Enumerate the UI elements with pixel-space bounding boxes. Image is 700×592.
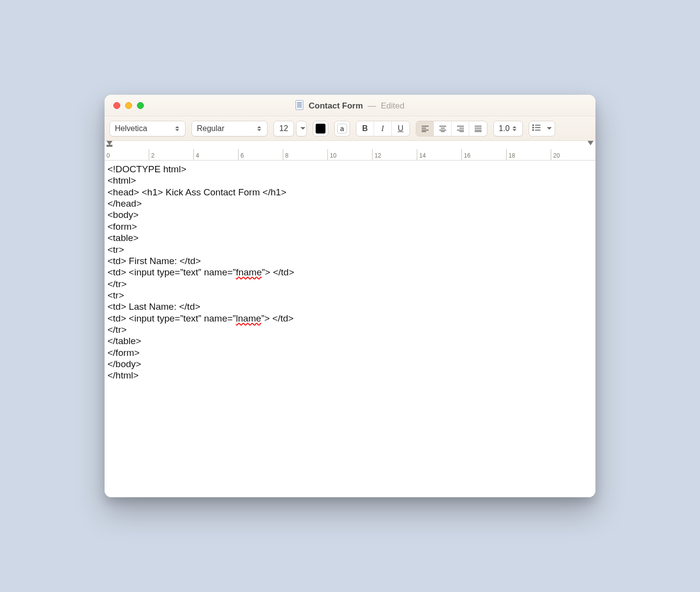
- document-text[interactable]: <!DOCTYPE html><html><head> <h1> Kick As…: [108, 163, 592, 381]
- font-style-select[interactable]: Regular: [191, 121, 268, 136]
- font-family-select[interactable]: Helvetica: [109, 121, 186, 136]
- left-margin-marker[interactable]: [107, 141, 112, 147]
- list-style-button[interactable]: [529, 121, 555, 136]
- window-title: Contact Form — Edited: [105, 100, 595, 111]
- right-margin-marker[interactable]: [588, 141, 593, 145]
- stepper-icon: [256, 126, 262, 131]
- bold-button[interactable]: B: [356, 121, 374, 136]
- stepper-icon: [174, 126, 180, 131]
- text-editor-area[interactable]: <!DOCTYPE html><html><head> <h1> Kick As…: [105, 161, 595, 497]
- document-icon: [296, 100, 303, 110]
- highlight-color-button[interactable]: a: [334, 121, 350, 136]
- titlebar[interactable]: Contact Form — Edited: [105, 95, 595, 116]
- minimize-button[interactable]: [125, 102, 132, 109]
- chevron-down-icon: [300, 127, 305, 130]
- format-toolbar: Helvetica Regular 12 a: [105, 116, 595, 141]
- list-icon: [532, 124, 541, 133]
- italic-button[interactable]: I: [374, 121, 392, 136]
- align-justify-button[interactable]: [469, 121, 487, 136]
- style-button-group: B I U: [356, 121, 410, 136]
- close-button[interactable]: [113, 102, 120, 109]
- text-color-button[interactable]: [313, 121, 328, 136]
- stepper-icon: [512, 126, 517, 131]
- ruler-scale: 02468101214161820: [105, 149, 595, 160]
- font-size-stepper[interactable]: [296, 121, 307, 136]
- align-button-group: [416, 121, 487, 136]
- font-size-input[interactable]: 12: [273, 121, 294, 136]
- window-controls: [105, 102, 144, 109]
- line-spacing-select[interactable]: 1.0: [493, 121, 523, 136]
- svg-point-20: [533, 130, 534, 131]
- font-size-group: 12: [273, 121, 307, 136]
- svg-point-18: [533, 127, 534, 128]
- align-left-button[interactable]: [416, 121, 434, 136]
- align-right-button[interactable]: [452, 121, 469, 136]
- document-name: Contact Form: [309, 101, 363, 110]
- ruler[interactable]: 02468101214161820: [105, 141, 595, 161]
- textedit-window: Contact Form — Edited Helvetica Regular …: [105, 95, 595, 497]
- chevron-down-icon: [547, 127, 552, 130]
- svg-point-16: [533, 125, 534, 126]
- underline-button[interactable]: U: [392, 121, 409, 136]
- zoom-button[interactable]: [137, 102, 144, 109]
- align-center-button[interactable]: [434, 121, 452, 136]
- document-status: Edited: [381, 101, 404, 110]
